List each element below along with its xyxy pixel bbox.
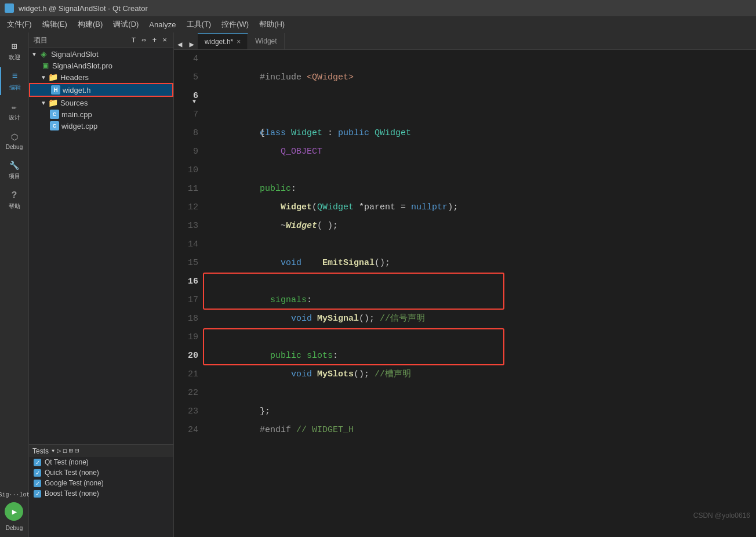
titlebar-title: widget.h @ SignalAndSlot - Qt Creator [19,4,148,13]
help-icon: ? [9,190,20,201]
sidebar-item-design[interactable]: ✏ 设计 [0,97,28,125]
icon-sidebar: ⊞ 欢迎 ≡ 编辑 ✏ 设计 ⬡ Debug 🔧 项目 ? 帮助 Sig···l… [0,32,29,537]
line-numbers: 4 5 6 7 8 9 10 11 12 13 14 15 16 17 18 1… [174,50,203,537]
tree-item-maincpp[interactable]: C main.cpp [29,108,173,120]
menu-build[interactable]: 构建(B) [73,18,107,31]
menu-file[interactable]: 文件(F) [2,18,37,31]
tree-label-widgetcpp: widget.cpp [61,122,97,130]
debug-icon: ⬡ [9,131,20,143]
filter-icon[interactable]: ⊤ [130,35,138,45]
link-icon[interactable]: ⇔ [140,35,148,45]
sidebar-item-edit[interactable]: ≡ 编辑 [0,67,28,95]
header-file-icon: H [51,85,60,95]
test-checkbox-quick[interactable]: ✓ [34,469,41,477]
code-line-13 [203,217,756,235]
ln-24: 24 [174,421,198,440]
tree-item-widgeth[interactable]: H widget.h [29,83,173,97]
ln-17: 17 [174,291,198,310]
code-line-7: { [203,106,756,124]
code-line-15 [203,254,756,273]
test-checkbox-qt[interactable]: ✓ [34,459,41,466]
app-icon [5,3,14,13]
tab-widgeth[interactable]: widget.h* × [198,33,248,49]
ln-10: 10 [174,161,198,180]
sidebar-label-project: 项目 [9,172,20,180]
signals-section: signals: void MySignal(); //信号声明 信号 [203,273,756,310]
menu-edit[interactable]: 编辑(E) [38,18,72,31]
tree-item-project[interactable]: ▼ ◈ SignalAndSlot [29,48,173,60]
project-tree-panel: 项目 ⊤ ⇔ + × ▼ ◈ SignalAndSlot ▣ Sig [29,32,173,444]
code-line-21 [203,365,756,384]
menu-help[interactable]: 帮助(H) [255,18,289,31]
tests-stop-icon[interactable]: ◻ [63,447,67,455]
tab-nav-left[interactable]: ◀ [174,39,186,49]
sidebar-label-debug: Debug [6,144,23,150]
ln-4: 4 [174,50,198,68]
code-line-5 [203,68,756,87]
tree-label-pro: SignalAndSlot.pro [52,61,112,70]
expand-arrow-sources: ▼ [41,100,46,106]
test-checkbox-boost[interactable]: ✓ [34,490,41,498]
code-line-20: void MySlots(); //槽声明 [203,347,756,365]
tree-item-widgetcpp[interactable]: C widget.cpp [29,120,173,132]
code-line-23: #endif // WIDGET_H [203,402,756,421]
tests-filter-icon[interactable]: ▾ [51,447,55,455]
tests-run-icon[interactable]: ▷ [57,447,61,455]
code-line-10: public: [203,161,756,180]
test-checkbox-google[interactable]: ✓ [34,480,41,487]
tree-item-sources[interactable]: ▼ 📁 Sources [29,97,173,108]
tab-widget[interactable]: Widget [248,33,284,49]
sidebar-item-welcome[interactable]: ⊞ 欢迎 [0,37,28,65]
ln-19: 19 [174,328,198,347]
project-icon: 🔧 [9,159,20,171]
file-panel: 项目 ⊤ ⇔ + × ▼ ◈ SignalAndSlot ▣ Sig [29,32,174,537]
tab-nav-right[interactable]: ▶ [186,39,197,49]
sidebar-label-welcome: 欢迎 [9,53,20,61]
code-line-16: signals: [203,273,756,291]
tests-expand-icon[interactable]: ⊞ [69,447,73,455]
menu-tools[interactable]: 工具(T) [182,18,216,31]
tab-widget-label: Widget [255,37,277,45]
ln-14: 14 [174,235,198,254]
test-item-quick[interactable]: ✓ Quick Test (none) [29,467,173,478]
menu-debug[interactable]: 调试(D) [108,18,143,31]
panel-title-project: 项目 [34,35,48,45]
tab-widgeth-close[interactable]: × [237,38,241,46]
add-icon[interactable]: + [150,35,158,45]
code-line-8: Q_OBJECT [203,124,756,143]
sidebar-item-sigslot[interactable]: Sig···lot [0,485,28,504]
tree-label-project: SignalAndSlot [51,50,99,59]
tree-item-pro[interactable]: ▣ SignalAndSlot.pro [29,60,173,71]
ln-23: 23 [174,402,198,421]
code-line-17: void MySignal(); //信号声明 [203,291,756,310]
pro-file-icon: ▣ [41,61,50,70]
code-line-12: ~Widget( ); [203,198,756,217]
tests-header: Tests ▾ ▷ ◻ ⊞ ⊟ [29,445,173,457]
test-item-qt[interactable]: ✓ Qt Test (none) [29,457,173,467]
menu-controls[interactable]: 控件(W) [217,18,253,31]
play-button[interactable] [5,502,23,521]
sidebar-item-project[interactable]: 🔧 项目 [0,156,28,184]
sidebar-label-debug-bottom: Debug [6,525,23,531]
test-item-google[interactable]: ✓ Google Test (none) [29,478,173,488]
close-panel-icon[interactable]: × [161,35,169,45]
panel-header-icons: ⊤ ⇔ + × [130,35,169,45]
main-layout: ⊞ 欢迎 ≡ 编辑 ✏ 设计 ⬡ Debug 🔧 项目 ? 帮助 Sig···l… [0,32,756,537]
tree-item-headers[interactable]: ▼ 📁 Headers [29,71,173,83]
ln-5: 5 [174,68,198,87]
ln-11: 11 [174,180,198,198]
tests-collapse-icon[interactable]: ⊟ [75,447,79,455]
ln-9: 9 [174,143,198,161]
sidebar-label-design: 设计 [9,114,20,122]
tab-widgeth-label: widget.h* [205,38,233,46]
tree-label-widgeth: widget.h [63,86,90,95]
sidebar-label-help: 帮助 [9,202,20,211]
menu-analyze[interactable]: Analyze [144,19,180,30]
cpp-file-icon-main: C [50,110,59,119]
welcome-icon: ⊞ [9,41,20,52]
test-label-google: Google Test (none) [45,479,104,487]
sidebar-item-help[interactable]: ? 帮助 [0,186,28,214]
code-line-19: public slots: [203,328,756,347]
sidebar-item-debug[interactable]: ⬡ Debug [0,128,28,154]
test-item-boost[interactable]: ✓ Boost Test (none) [29,488,173,499]
